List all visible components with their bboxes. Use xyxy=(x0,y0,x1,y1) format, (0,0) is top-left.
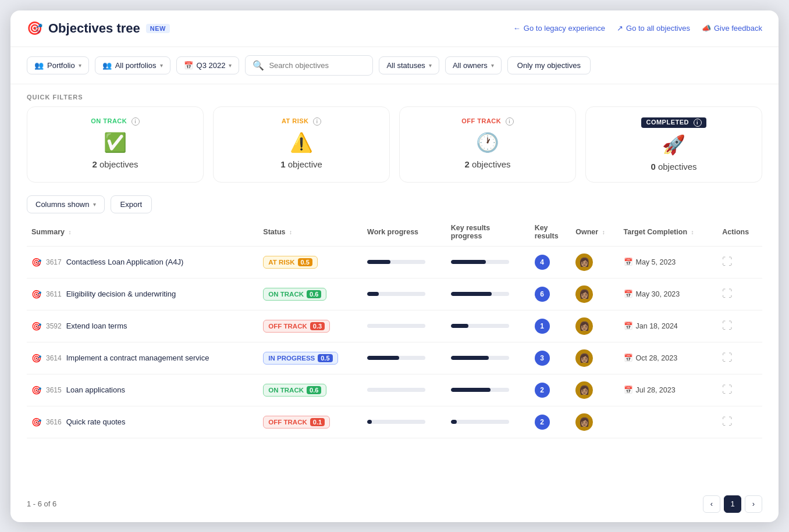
search-box[interactable]: 🔍 xyxy=(245,55,373,76)
obj-name-5[interactable]: Quick rate quotes xyxy=(66,417,126,426)
at-risk-info-icon: i xyxy=(313,117,321,126)
hierarchy-icon-2[interactable]: ⛶ xyxy=(722,320,733,331)
td-date-0: 📅 May 5, 2023 xyxy=(619,246,718,278)
status-num-0: 0.5 xyxy=(298,258,312,266)
td-status-0: AT RISK 0.5 xyxy=(258,246,362,278)
all-objectives-link[interactable]: ↗ Go to all objectives xyxy=(617,24,690,33)
obj-id-0: 3617 xyxy=(46,258,62,266)
header-left: 🎯 Objectives tree NEW xyxy=(27,21,170,36)
quarter-filter[interactable]: 📅 Q3 2022 ▾ xyxy=(176,56,240,74)
status-filter[interactable]: All statuses ▾ xyxy=(379,56,439,74)
on-track-count: 2 objectives xyxy=(92,159,138,169)
at-risk-card[interactable]: AT RISK i ⚠️ 1 objective xyxy=(213,106,390,183)
calendar-icon-3: 📅 xyxy=(624,354,633,362)
hierarchy-icon-0[interactable]: ⛶ xyxy=(722,256,733,267)
hierarchy-icon-5[interactable]: ⛶ xyxy=(722,416,733,427)
kr-progress-fill-0 xyxy=(451,260,486,264)
table-row: 🎯 3615 Loan applications ON TRACK 0.6 xyxy=(27,374,762,406)
td-work-progress-0 xyxy=(362,246,446,278)
obj-first-2: 🎯 3592 Extend loan terms xyxy=(31,322,254,331)
on-track-label: ON TRACK i xyxy=(91,117,140,126)
td-actions-5: ⛶ xyxy=(717,406,762,438)
kr-badge-0: 4 xyxy=(535,255,550,270)
off-track-info-icon: i xyxy=(506,117,514,126)
off-track-card[interactable]: OFF TRACK i 🕐 2 objectives xyxy=(399,106,576,183)
on-track-card[interactable]: ON TRACK i ✅ 2 objectives xyxy=(27,106,204,183)
search-icon: 🔍 xyxy=(253,60,264,71)
calendar-icon-4: 📅 xyxy=(624,385,633,394)
on-track-info-icon: i xyxy=(132,117,140,126)
pagination-range: 1 - 6 of 6 xyxy=(27,499,56,508)
obj-name-0[interactable]: Contactless Loan Application (A4J) xyxy=(66,258,184,266)
work-progress-bar-1 xyxy=(367,292,425,296)
hierarchy-icon-1[interactable]: ⛶ xyxy=(722,288,733,299)
td-kr-progress-4 xyxy=(446,374,530,406)
obj-name-3[interactable]: Implement a contract management service xyxy=(66,354,209,362)
off-track-count: 2 objectives xyxy=(464,159,510,169)
status-badge-5: OFF TRACK 0.1 xyxy=(263,416,330,429)
avatar-3: 👩🏽 xyxy=(575,349,593,367)
th-key-results: Keyresults xyxy=(530,218,571,247)
owner-filter[interactable]: All owners ▾ xyxy=(445,56,502,74)
th-actions: Actions xyxy=(717,218,762,247)
next-page-button[interactable]: › xyxy=(745,495,762,513)
work-progress-fill-1 xyxy=(367,292,379,296)
obj-name-1[interactable]: Eligibility decision & underwriting xyxy=(66,290,176,298)
kr-progress-fill-2 xyxy=(451,324,468,328)
page-1-button[interactable]: 1 xyxy=(724,495,741,513)
work-progress-fill-5 xyxy=(367,420,372,424)
obj-name-4[interactable]: Loan applications xyxy=(66,385,125,394)
obj-first-5: 🎯 3616 Quick rate quotes xyxy=(31,417,254,427)
search-input[interactable] xyxy=(269,61,365,70)
legacy-link[interactable]: ← Go to legacy experience xyxy=(513,24,605,33)
work-progress-bar-4 xyxy=(367,388,425,392)
prev-page-button[interactable]: ‹ xyxy=(703,495,720,513)
target-icon: 🎯 xyxy=(27,21,42,36)
obj-target-icon-4: 🎯 xyxy=(31,385,41,395)
new-badge: NEW xyxy=(146,24,170,33)
obj-first-0: 🎯 3617 Contactless Loan Application (A4J… xyxy=(31,258,254,267)
obj-first-4: 🎯 3615 Loan applications xyxy=(31,385,254,395)
th-work-progress: Work progress xyxy=(362,218,446,247)
status-badge-3: IN PROGRESS 0.5 xyxy=(263,352,337,365)
work-progress-bar-0 xyxy=(367,260,425,264)
td-status-2: OFF TRACK 0.3 xyxy=(258,310,362,342)
status-num-1: 0.6 xyxy=(307,290,321,298)
td-summary-3: 🎯 3614 Implement a contract management s… xyxy=(27,342,258,374)
at-risk-icon: ⚠️ xyxy=(290,131,313,153)
hierarchy-icon-3[interactable]: ⛶ xyxy=(722,352,733,363)
portfolio-filter[interactable]: 👥 Portfolio ▾ xyxy=(27,56,89,74)
td-kr-progress-3 xyxy=(446,342,530,374)
td-summary-1: 🎯 3611 Eligibility decision & underwriti… xyxy=(27,278,258,310)
columns-shown-button[interactable]: Columns shown ▾ xyxy=(27,195,105,213)
chevron-down-icon-6: ▾ xyxy=(93,201,96,208)
obj-first-3: 🎯 3614 Implement a contract management s… xyxy=(31,354,254,363)
date-cell-4: 📅 Jul 28, 2023 xyxy=(624,385,713,394)
td-key-results-4: 2 xyxy=(530,374,571,406)
avatar-4: 👩🏽 xyxy=(575,381,593,399)
hierarchy-icon-4[interactable]: ⛶ xyxy=(722,384,733,395)
td-work-progress-4 xyxy=(362,374,446,406)
obj-name-2[interactable]: Extend loan terms xyxy=(66,322,127,330)
td-key-results-1: 6 xyxy=(530,278,571,310)
app-window: 🎯 Objectives tree NEW ← Go to legacy exp… xyxy=(10,10,779,522)
all-portfolios-filter[interactable]: 👥 All portfolios ▾ xyxy=(95,56,170,74)
chevron-down-icon-3: ▾ xyxy=(229,62,232,69)
completed-label: COMPLETED i xyxy=(641,117,706,128)
obj-id-2: 3592 xyxy=(46,322,62,330)
export-button[interactable]: Export xyxy=(111,195,152,213)
completed-card[interactable]: COMPLETED i 🚀 0 objectives xyxy=(585,106,762,183)
th-owner: Owner ↕ xyxy=(571,218,619,247)
obj-id-3: 3614 xyxy=(46,354,62,362)
status-badge-1: ON TRACK 0.6 xyxy=(263,288,326,301)
portfolio-icon: 👥 xyxy=(34,61,44,70)
off-track-label: OFF TRACK i xyxy=(461,117,514,126)
kr-progress-fill-1 xyxy=(451,292,492,296)
only-my-objectives-toggle[interactable]: Only my objectives xyxy=(507,56,591,74)
chevron-down-icon: ▾ xyxy=(79,62,81,69)
completed-icon: 🚀 xyxy=(662,134,685,156)
kr-badge-5: 2 xyxy=(535,415,550,430)
td-status-3: IN PROGRESS 0.5 xyxy=(258,342,362,374)
kr-progress-bar-2 xyxy=(451,324,509,328)
give-feedback-link[interactable]: 📣 Give feedback xyxy=(702,24,762,33)
